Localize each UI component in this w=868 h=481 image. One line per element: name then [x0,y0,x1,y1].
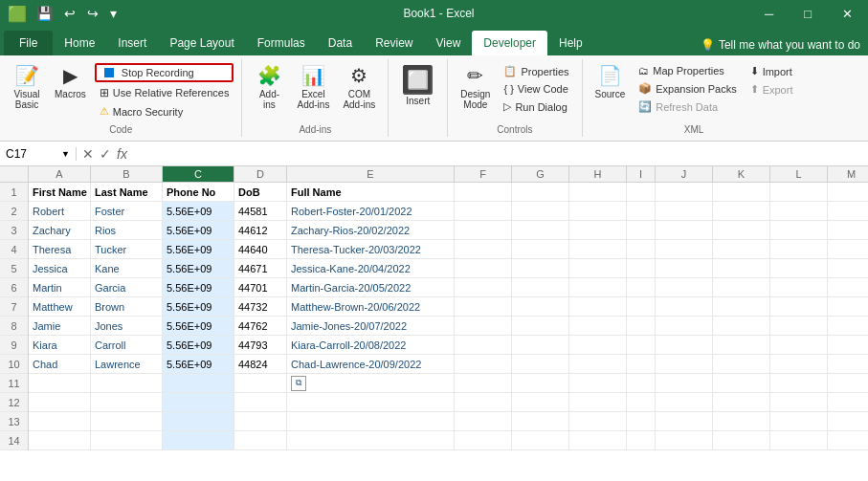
cell-D6[interactable]: 44701 [234,278,287,297]
col-header-m[interactable]: M [828,166,868,182]
cell-E14[interactable] [287,431,455,450]
cell-I2[interactable] [627,202,656,221]
cell-H14[interactable] [569,431,627,450]
cell-F12[interactable] [455,393,512,412]
use-relative-references-button[interactable]: ⊞ Use Relative References [95,84,234,101]
col-header-k[interactable]: K [713,166,770,182]
cell-D3[interactable]: 44612 [234,221,287,240]
cell-I8[interactable] [627,317,656,336]
cell-K10[interactable] [713,355,770,374]
cell-K14[interactable] [713,431,770,450]
cell-E12[interactable] [287,393,455,412]
cell-J1[interactable] [656,183,713,202]
cell-I9[interactable] [627,336,656,355]
cell-M4[interactable] [828,240,868,259]
cell-H12[interactable] [569,393,627,412]
cell-M5[interactable] [828,259,868,278]
cell-D13[interactable] [234,412,287,431]
macros-button[interactable]: ▶ Macros [50,61,91,102]
tell-me-box[interactable]: 💡 Tell me what you want to do [701,38,860,52]
cell-A1[interactable]: First Name [29,183,91,202]
close-button[interactable]: ✕ [835,5,860,23]
minimize-button[interactable]: ─ [757,5,781,23]
cell-C2[interactable]: 5.56E+09 [163,202,234,221]
cell-K9[interactable] [713,336,770,355]
cell-A14[interactable] [29,431,91,450]
redo-button[interactable]: ↪ [83,4,102,23]
tab-developer[interactable]: Developer [472,31,547,55]
cell-D8[interactable]: 44762 [234,317,287,336]
com-addins-button[interactable]: ⚙ COM Add-ins [338,61,380,113]
cell-E2[interactable]: Robert-Foster-20/01/2022 [287,202,455,221]
cell-L11[interactable] [770,374,828,393]
cell-H6[interactable] [569,278,627,297]
cell-F14[interactable] [455,431,512,450]
cell-B5[interactable]: Kane [91,259,163,278]
cell-L13[interactable] [770,412,828,431]
cell-H9[interactable] [569,336,627,355]
cancel-formula-icon[interactable]: ✕ [82,146,94,162]
cell-C3[interactable]: 5.56E+09 [163,221,234,240]
cell-G2[interactable] [512,202,569,221]
cell-I5[interactable] [627,259,656,278]
cell-F2[interactable] [455,202,512,221]
cell-C12[interactable] [163,393,234,412]
cell-M8[interactable] [828,317,868,336]
cell-A7[interactable]: Matthew [29,297,91,317]
export-button[interactable]: ⬆ Export [746,81,798,98]
cell-E6[interactable]: Martin-Garcia-20/05/2022 [287,278,455,297]
cell-E1[interactable]: Full Name [287,183,455,202]
cell-K13[interactable] [713,412,770,431]
visual-basic-button[interactable]: 📝 Visual Basic [8,61,46,113]
cell-L2[interactable] [770,202,828,221]
map-properties-button[interactable]: 🗂 Map Properties [634,63,741,78]
cell-D4[interactable]: 44640 [234,240,287,259]
cell-E10[interactable]: Chad-Lawrence-20/09/2022 [287,355,455,374]
cell-B3[interactable]: Rios [91,221,163,240]
cell-I14[interactable] [627,431,656,450]
import-button[interactable]: ⬇ Import [746,63,798,79]
cell-H2[interactable] [569,202,627,221]
cell-C8[interactable]: 5.56E+09 [163,317,234,336]
cell-A11[interactable] [29,374,91,393]
cell-E8[interactable]: Jamie-Jones-20/07/2022 [287,317,455,336]
cell-K5[interactable] [713,259,770,278]
cell-A5[interactable]: Jessica [29,259,91,278]
cell-G9[interactable] [512,336,569,355]
cell-J7[interactable] [656,297,713,317]
cell-B12[interactable] [91,393,163,412]
cell-J14[interactable] [656,431,713,450]
confirm-formula-icon[interactable]: ✓ [100,146,111,162]
cell-F8[interactable] [455,317,512,336]
maximize-button[interactable]: □ [796,5,819,23]
cell-L5[interactable] [770,259,828,278]
cell-M10[interactable] [828,355,868,374]
cell-K8[interactable] [713,317,770,336]
cell-E13[interactable] [287,412,455,431]
macro-security-button[interactable]: ⚠ Macro Security [95,103,234,120]
cell-A8[interactable]: Jamie [29,317,91,336]
stop-recording-button[interactable]: Stop Recording [95,63,234,82]
cell-K3[interactable] [713,221,770,240]
insert-function-icon[interactable]: fx [117,146,127,162]
cell-C1[interactable]: Phone No [163,183,234,202]
cell-D2[interactable]: 44581 [234,202,287,221]
expansion-packs-button[interactable]: 📦 Expansion Packs [634,80,741,97]
source-button[interactable]: 📄 Source [590,61,631,102]
cell-G6[interactable] [512,278,569,297]
cell-B8[interactable]: Jones [91,317,163,336]
cell-H1[interactable] [569,183,627,202]
cell-M6[interactable] [828,278,868,297]
cell-H13[interactable] [569,412,627,431]
refresh-data-button[interactable]: 🔄 Refresh Data [634,98,741,115]
cell-J11[interactable] [656,374,713,393]
excel-addins-button[interactable]: 📊 Excel Add-ins [292,61,334,113]
cell-J3[interactable] [656,221,713,240]
cell-J2[interactable] [656,202,713,221]
cell-G13[interactable] [512,412,569,431]
cell-J5[interactable] [656,259,713,278]
cell-C6[interactable]: 5.56E+09 [163,278,234,297]
cell-F11[interactable] [455,374,512,393]
cell-E7[interactable]: Matthew-Brown-20/06/2022 [287,297,455,317]
cell-B13[interactable] [91,412,163,431]
